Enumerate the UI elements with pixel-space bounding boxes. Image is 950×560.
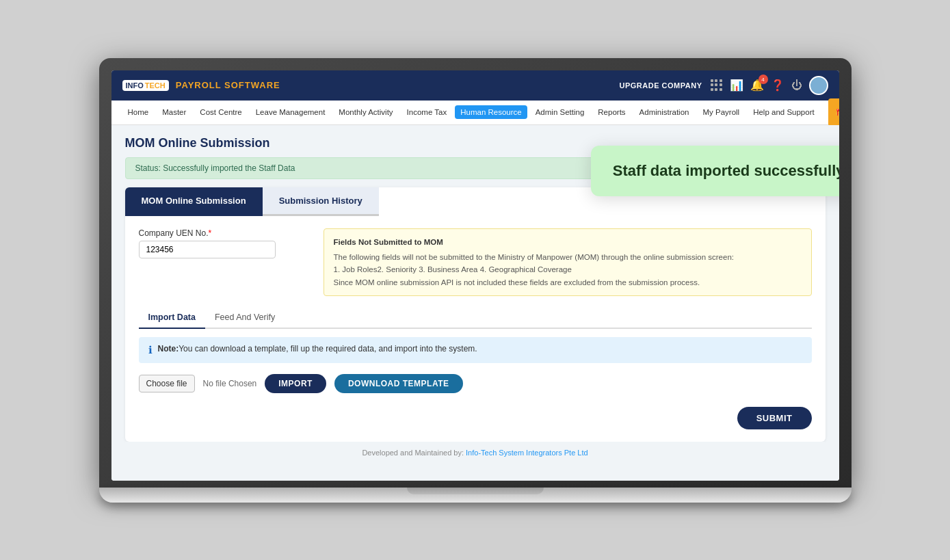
app-title: PAYROLL SOFTWARE bbox=[176, 80, 280, 90]
note-text: Note:You can download a template, fill u… bbox=[158, 344, 477, 354]
nav-home[interactable]: Home bbox=[122, 105, 155, 119]
sub-tab-import-data[interactable]: Import Data bbox=[139, 307, 205, 329]
logo-box: INFO TECH bbox=[122, 80, 169, 91]
note-bar: ℹ Note:You can download a template, fill… bbox=[139, 337, 812, 363]
gift-icon: 🎁 bbox=[835, 109, 839, 116]
footer-link[interactable]: Info-Tech System Integrators Pte Ltd bbox=[466, 449, 588, 457]
logo-info: INFO bbox=[126, 81, 144, 90]
status-text: Status: Successfully imported the Staff … bbox=[135, 163, 295, 173]
refer-earn-button[interactable]: 🎁 REFER AND EARN bbox=[828, 98, 839, 126]
logo-area: INFO TECH PAYROLL SOFTWARE bbox=[122, 80, 280, 91]
nav-human-resource[interactable]: Human Resource bbox=[455, 105, 527, 119]
choose-file-button[interactable]: Choose file bbox=[139, 375, 195, 392]
footer-text: Developed and Maintained by: bbox=[362, 449, 466, 457]
footer: Developed and Maintained by: Info-Tech S… bbox=[125, 442, 826, 464]
file-name-label: No file Chosen bbox=[203, 379, 257, 388]
nav-monthly-activity[interactable]: Monthly Activity bbox=[333, 105, 398, 119]
help-icon[interactable]: ❓ bbox=[771, 79, 784, 92]
sub-tab-feed-verify[interactable]: Feed And Verify bbox=[205, 307, 285, 329]
nav-master[interactable]: Master bbox=[157, 105, 192, 119]
upgrade-company-label[interactable]: UPGRADE COMPANY bbox=[620, 81, 702, 90]
success-toast: Staff data imported successfully bbox=[591, 146, 839, 196]
main-card: MOM Online Submission Submission History… bbox=[125, 187, 826, 442]
info-icon: ℹ bbox=[148, 344, 153, 356]
nav-menu: Home Master Cost Centre Leave Management… bbox=[111, 101, 839, 125]
nav-cost-centre[interactable]: Cost Centre bbox=[194, 105, 247, 119]
top-right-area: UPGRADE COMPANY 📊 🔔 ❓ ⏻ bbox=[620, 76, 828, 95]
submit-button[interactable]: SUBMIT bbox=[737, 407, 812, 429]
notification-icon[interactable]: 🔔 bbox=[750, 79, 764, 92]
nav-income-tax[interactable]: Income Tax bbox=[401, 105, 453, 119]
main-content: Staff data imported successfully MOM Onl… bbox=[111, 125, 839, 481]
warning-title: Fields Not Submitted to MOM bbox=[334, 236, 802, 248]
import-button[interactable]: IMPORT bbox=[265, 374, 326, 393]
nav-admin-setting[interactable]: Admin Setting bbox=[530, 105, 590, 119]
bar-chart-icon[interactable]: 📊 bbox=[730, 79, 743, 92]
top-navigation-bar: INFO TECH PAYROLL SOFTWARE UPGRADE COMPA… bbox=[111, 70, 839, 101]
nav-leave-management[interactable]: Leave Management bbox=[250, 105, 331, 119]
grid-icon[interactable] bbox=[711, 79, 723, 92]
uen-input[interactable] bbox=[139, 241, 276, 258]
uen-form-group: Company UEN No.* bbox=[139, 228, 310, 258]
laptop-base bbox=[99, 488, 852, 503]
file-row: Choose file No file Chosen IMPORT DOWNLO… bbox=[139, 374, 812, 393]
uen-label: Company UEN No.* bbox=[139, 228, 310, 238]
nav-help-support[interactable]: Help and Support bbox=[748, 105, 820, 119]
nav-reports[interactable]: Reports bbox=[592, 105, 631, 119]
two-col-layout: Company UEN No.* Fields Not Submitted to… bbox=[139, 228, 812, 297]
submit-row: SUBMIT bbox=[139, 407, 812, 429]
top-icons: 📊 🔔 ❓ ⏻ bbox=[711, 76, 828, 95]
power-icon[interactable]: ⏻ bbox=[791, 79, 802, 92]
warning-body: The following fields will not be submitt… bbox=[334, 251, 802, 289]
note-body: You can download a template, fill up the… bbox=[179, 344, 477, 354]
sub-tabs: Import Data Feed And Verify bbox=[139, 307, 812, 329]
card-body: Company UEN No.* Fields Not Submitted to… bbox=[125, 216, 826, 442]
success-message: Staff data imported successfully bbox=[613, 162, 839, 179]
logo-tech: TECH bbox=[145, 81, 166, 90]
nav-administration[interactable]: Administration bbox=[634, 105, 695, 119]
tab-submission-history[interactable]: Submission History bbox=[263, 187, 379, 216]
avatar[interactable] bbox=[809, 76, 828, 95]
download-template-button[interactable]: DOWNLOAD TEMPLATE bbox=[334, 374, 463, 393]
nav-my-payroll[interactable]: My Payroll bbox=[697, 105, 745, 119]
tab-mom-submission[interactable]: MOM Online Submission bbox=[125, 187, 263, 216]
warning-box: Fields Not Submitted to MOM The followin… bbox=[324, 228, 812, 297]
required-indicator: * bbox=[209, 228, 212, 238]
footer-link-text: Info-Tech System Integrators Pte Ltd bbox=[466, 449, 588, 457]
